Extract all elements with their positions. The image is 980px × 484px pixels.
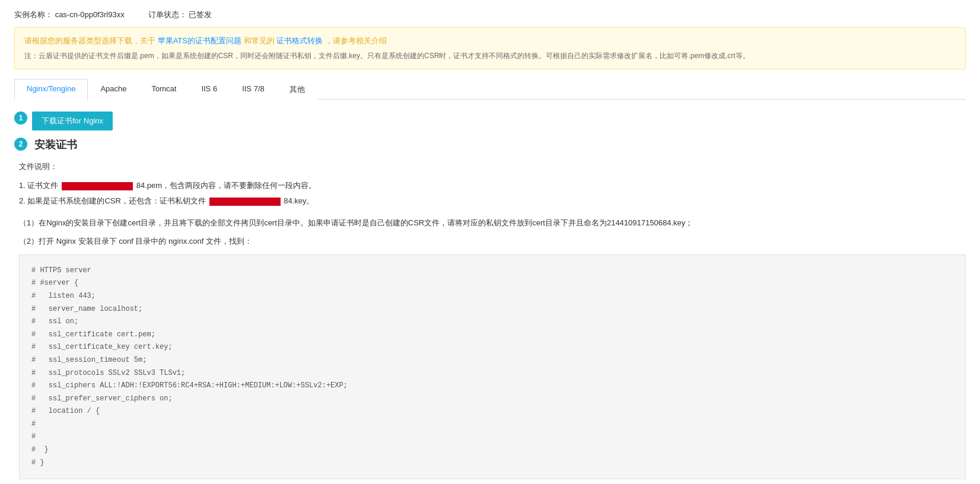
step2-badge: 2 [14,138,27,151]
tab-other[interactable]: 其他 [277,79,317,100]
step2-substep1: （1）在Nginx的安装目录下创建cert目录，并且将下载的全部文件拷贝到cer… [19,216,966,230]
tab-iis6[interactable]: IIS 6 [189,79,230,100]
format-link[interactable]: 证书格式转换 [276,36,323,45]
step1-row: 1 下载证书for Nginx [14,112,966,130]
order-status: 订单状态： 已签发 [148,9,212,20]
content-area: 文件说明： 1. 证书文件 84.pem，包含两段内容，请不要删除任何一段内容。… [14,159,966,484]
step2-title: 安装证书 [34,138,77,152]
step2-row: 2 安装证书 [14,138,966,152]
tab-tomcat[interactable]: Tomcat [139,79,189,100]
file-desc-1: 1. 证书文件 84.pem，包含两段内容，请不要删除任何一段内容。 [19,178,966,193]
notice-box: 请根据您的服务器类型选择下载，关于 苹果ATS的证书配置问题 和常见的 证书格式… [14,27,966,69]
download-button[interactable]: 下载证书for Nginx [32,112,113,130]
step2-substep2: （2）打开 Nginx 安装目录下 conf 目录中的 nginx.conf 文… [19,234,966,248]
ats-link[interactable]: 苹果ATS的证书配置问题 [158,36,241,45]
tabs-container: Nginx/Tengine Apache Tomcat IIS 6 IIS 7/… [14,79,966,100]
page-container: 实例名称： cas-cn-0pp0f3rl93xx 订单状态： 已签发 请根据您… [0,0,980,484]
code-block: # HTTPS server # #server { # listen 443;… [19,254,966,480]
tab-nginx[interactable]: Nginx/Tengine [14,79,88,100]
file-desc-2: 2. 如果是证书系统创建的CSR，还包含：证书私钥文件 84.key。 [19,193,966,209]
tab-iis78[interactable]: IIS 7/8 [230,79,277,100]
tab-apache[interactable]: Apache [88,79,139,100]
file-desc: 文件说明： 1. 证书文件 84.pem，包含两段内容，请不要删除任何一段内容。… [19,159,966,209]
file-desc-title: 文件说明： [19,159,966,174]
notice-note: 注：云盾证书提供的证书文件后缀是.pem，如果是系统创建的CSR，同时还会附随证… [24,50,956,63]
step1-badge: 1 [14,112,27,125]
redacted-1 [62,182,133,190]
redacted-2 [209,198,281,206]
instance-name: 实例名称： cas-cn-0pp0f3rl93xx [14,9,125,20]
instance-info: 实例名称： cas-cn-0pp0f3rl93xx 订单状态： 已签发 [14,9,966,20]
notice-title: 请根据您的服务器类型选择下载，关于 苹果ATS的证书配置问题 和常见的 证书格式… [24,34,956,47]
